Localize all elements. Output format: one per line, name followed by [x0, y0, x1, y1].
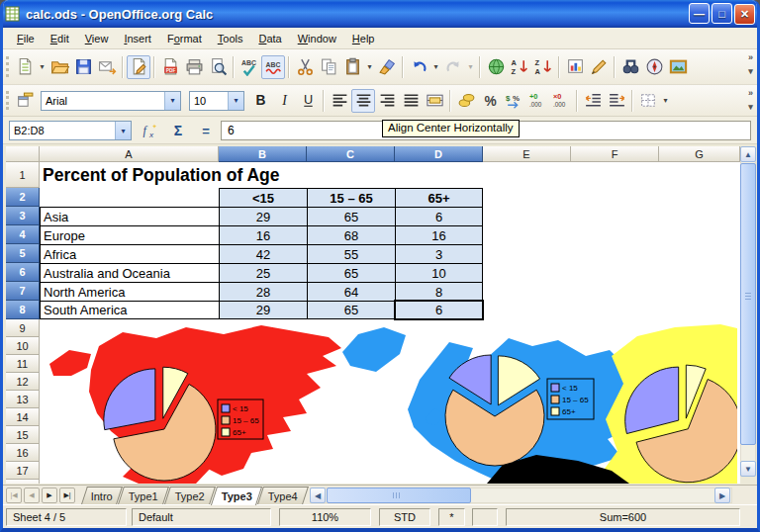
- sheet-tab-type1[interactable]: Type1: [118, 487, 169, 504]
- row-header-5[interactable]: 5: [6, 244, 40, 263]
- vertical-scroll-thumb[interactable]: [740, 163, 756, 445]
- status-zoom-level[interactable]: 110%: [279, 508, 371, 526]
- column-header-a[interactable]: A: [40, 146, 219, 162]
- row-header-9[interactable]: 9: [6, 319, 40, 337]
- merge-cells-button[interactable]: [423, 89, 446, 113]
- sort-ascending-button[interactable]: AZ: [508, 55, 531, 79]
- row-header-17[interactable]: 17: [6, 462, 40, 480]
- chevron-down-icon[interactable]: ▾: [37, 62, 48, 71]
- auto-spellcheck-button[interactable]: ABC: [261, 55, 285, 79]
- name-box[interactable]: B2:D8 ▾: [9, 121, 132, 140]
- status-sum[interactable]: Sum=600: [506, 508, 740, 526]
- menu-edit[interactable]: Edit: [43, 30, 77, 47]
- function-wizard-button[interactable]: fx: [140, 121, 161, 140]
- cut-button[interactable]: [293, 55, 317, 79]
- cell-value[interactable]: 8: [395, 282, 483, 301]
- column-header-b[interactable]: B: [219, 146, 307, 162]
- formula-button[interactable]: =: [195, 121, 217, 140]
- save-button[interactable]: [71, 55, 95, 79]
- sheet-tab-type3[interactable]: Type3: [211, 487, 262, 505]
- minimize-button[interactable]: —: [689, 3, 710, 24]
- sheet-tab-intro[interactable]: Intro: [81, 487, 123, 504]
- horizontal-scroll-thumb[interactable]: [327, 488, 471, 503]
- column-header-d[interactable]: D: [395, 146, 483, 162]
- sheet-tab-type2[interactable]: Type2: [164, 487, 216, 504]
- cell-value[interactable]: 25: [219, 263, 307, 282]
- cell-value[interactable]: 65: [307, 263, 395, 282]
- row-header-10[interactable]: 10: [6, 337, 40, 355]
- row-header-15[interactable]: 15: [6, 426, 40, 444]
- cell-label-asia[interactable]: Asia: [40, 207, 219, 225]
- cell-value[interactable]: 10: [395, 263, 483, 282]
- menu-data[interactable]: Data: [250, 30, 289, 47]
- world-map-chart-object[interactable]: < 1515 – 6565+< 1515 – 6565+: [40, 322, 737, 484]
- cell-value[interactable]: 6: [395, 207, 483, 225]
- menu-format[interactable]: Format: [159, 30, 210, 47]
- format-paintbrush-button[interactable]: [375, 55, 399, 79]
- font-size-combo[interactable]: 10▾: [189, 91, 244, 111]
- cell-a2[interactable]: [40, 188, 219, 207]
- cell-header-<15[interactable]: <15: [219, 188, 307, 207]
- title-bar[interactable]: calc.ods - OpenOffice.org Calc —□✕: [0, 0, 760, 28]
- menu-help[interactable]: Help: [344, 30, 383, 47]
- close-button[interactable]: ✕: [734, 4, 755, 25]
- status-insert-mode[interactable]: [472, 508, 498, 526]
- status-selection-mode[interactable]: STD: [379, 508, 430, 526]
- cell-a1-title[interactable]: Percent of Population of Age: [43, 162, 280, 188]
- hyperlink-button[interactable]: [484, 55, 508, 79]
- cell-value[interactable]: 64: [307, 282, 395, 301]
- row-header-4[interactable]: 4: [6, 225, 40, 244]
- maximize-button[interactable]: □: [712, 3, 732, 24]
- gallery-button[interactable]: [666, 55, 690, 79]
- cell-header-65+[interactable]: 65+: [395, 188, 483, 207]
- menu-view[interactable]: View: [77, 30, 117, 47]
- spellcheck-button[interactable]: ABC: [238, 55, 261, 79]
- align-left-button[interactable]: [328, 89, 351, 113]
- currency-format-button[interactable]: [454, 89, 478, 113]
- cell-label-africa[interactable]: Africa: [40, 244, 219, 263]
- column-header-c[interactable]: C: [307, 146, 395, 162]
- row-header-16[interactable]: 16: [6, 444, 40, 462]
- sheet-tab-type4[interactable]: Type4: [257, 487, 309, 504]
- status-page-style[interactable]: Default: [132, 508, 271, 526]
- bold-button[interactable]: B: [248, 89, 272, 113]
- export-pdf-button[interactable]: PDF: [158, 55, 182, 79]
- chevron-down-icon[interactable]: ▾: [660, 96, 671, 105]
- chevron-down-icon[interactable]: ▾: [228, 92, 243, 110]
- status-sheet-position[interactable]: Sheet 4 / 5: [6, 508, 127, 526]
- cell-label-europe[interactable]: Europe: [40, 225, 219, 244]
- justify-button[interactable]: [399, 89, 423, 113]
- scroll-up-button[interactable]: ▲: [740, 146, 756, 162]
- row-header-11[interactable]: 11: [6, 355, 40, 373]
- print-button[interactable]: [182, 55, 206, 79]
- cell-label-australia-and-oceania[interactable]: Australia and Oceania: [40, 263, 219, 282]
- spreadsheet-area[interactable]: ABCDEFG123456789101112131415161718Percen…: [6, 146, 740, 484]
- row-header-18[interactable]: 18: [6, 480, 40, 484]
- status-modified-flag[interactable]: *: [438, 508, 465, 526]
- cell-value[interactable]: 42: [219, 244, 307, 263]
- new-document-button[interactable]: [13, 55, 37, 79]
- sheet-previous-button[interactable]: ◀: [24, 488, 40, 503]
- chevron-down-icon[interactable]: ▾: [430, 62, 441, 71]
- vertical-scrollbar[interactable]: ▲▼: [740, 146, 756, 477]
- paste-button[interactable]: [340, 55, 364, 79]
- send-email-button[interactable]: [95, 55, 119, 79]
- standard-format-button[interactable]: $%: [502, 89, 525, 113]
- styles-formatting-button[interactable]: [13, 89, 37, 113]
- cell-value[interactable]: 29: [219, 301, 307, 319]
- sum-button[interactable]: Σ: [167, 121, 189, 140]
- borders-button[interactable]: [636, 89, 660, 113]
- row-header-2[interactable]: 2: [6, 188, 40, 207]
- cell-value[interactable]: 65: [307, 207, 395, 225]
- scroll-right-button[interactable]: ▶: [714, 488, 730, 503]
- open-folder-button[interactable]: [48, 55, 71, 79]
- cell-label-north-america[interactable]: North America: [40, 282, 219, 301]
- toolbar-overflow-button[interactable]: »▾: [748, 51, 753, 78]
- delete-decimal-button[interactable]: ×0.000: [549, 89, 573, 113]
- page-preview-button[interactable]: [206, 55, 230, 79]
- navigator-button[interactable]: [642, 55, 666, 79]
- italic-button[interactable]: I: [272, 89, 296, 113]
- undo-button[interactable]: [407, 55, 430, 79]
- cell-value[interactable]: 3: [395, 244, 483, 263]
- row-header-1[interactable]: 1: [6, 162, 40, 188]
